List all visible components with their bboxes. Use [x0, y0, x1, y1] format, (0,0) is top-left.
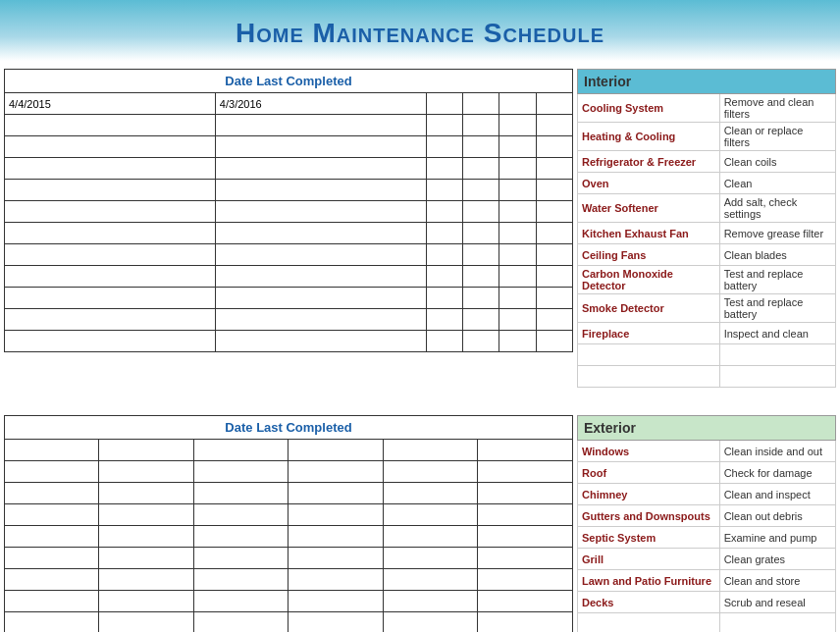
date-cell[interactable] [478, 461, 573, 483]
date-cell[interactable] [499, 115, 536, 136]
date-cell[interactable] [193, 440, 288, 461]
date-cell[interactable] [193, 526, 288, 548]
date-cell[interactable] [383, 461, 477, 483]
date-cell[interactable] [5, 180, 216, 201]
date-cell[interactable] [5, 201, 216, 223]
date-cell[interactable] [99, 591, 193, 612]
date-cell[interactable] [536, 93, 572, 115]
date-cell[interactable] [536, 201, 572, 223]
date-cell[interactable] [5, 548, 99, 569]
date-cell[interactable] [289, 612, 383, 633]
date-cell[interactable] [536, 331, 572, 352]
date-cell[interactable] [99, 461, 193, 483]
date-cell[interactable] [215, 158, 426, 180]
date-cell[interactable] [193, 591, 288, 612]
date-cell[interactable] [5, 136, 216, 158]
date-cell[interactable] [426, 331, 462, 352]
date-cell[interactable] [478, 612, 573, 633]
date-cell[interactable] [463, 136, 499, 158]
date-cell[interactable] [478, 440, 573, 461]
date-cell[interactable] [193, 612, 288, 633]
date-cell[interactable] [215, 201, 426, 223]
date-cell[interactable] [426, 180, 462, 201]
date-cell[interactable] [536, 136, 572, 158]
date-cell[interactable] [289, 461, 383, 483]
date-cell[interactable] [193, 569, 288, 591]
date-cell[interactable] [5, 483, 99, 504]
date-cell[interactable] [99, 548, 193, 569]
date-cell[interactable] [426, 309, 462, 331]
date-cell[interactable] [5, 309, 216, 331]
date-cell[interactable] [289, 591, 383, 612]
date-cell[interactable] [5, 526, 99, 548]
date-cell[interactable] [499, 201, 536, 223]
date-cell[interactable] [426, 115, 462, 136]
date-cell[interactable] [5, 612, 99, 633]
date-cell[interactable] [5, 440, 99, 461]
date-cell[interactable] [289, 569, 383, 591]
date-cell[interactable] [5, 223, 216, 244]
date-cell[interactable] [215, 331, 426, 352]
date-cell[interactable] [383, 504, 477, 526]
date-cell[interactable] [463, 331, 499, 352]
date-cell[interactable] [499, 288, 536, 309]
date-cell[interactable] [5, 591, 99, 612]
date-cell[interactable] [463, 158, 499, 180]
date-cell[interactable] [426, 93, 462, 115]
date-cell[interactable] [478, 483, 573, 504]
date-cell[interactable] [5, 244, 216, 266]
date-cell[interactable] [5, 288, 216, 309]
date-cell[interactable] [463, 223, 499, 244]
date-cell[interactable] [215, 288, 426, 309]
date-cell[interactable] [536, 115, 572, 136]
date-cell[interactable] [383, 440, 477, 461]
date-cell[interactable] [193, 461, 288, 483]
date-cell[interactable] [536, 180, 572, 201]
date-cell[interactable] [536, 309, 572, 331]
date-cell[interactable] [5, 331, 216, 352]
date-cell[interactable] [5, 158, 216, 180]
date-cell[interactable] [426, 223, 462, 244]
date-cell[interactable] [499, 266, 536, 288]
date-cell[interactable] [215, 115, 426, 136]
date-cell[interactable] [383, 483, 477, 504]
date-cell[interactable] [99, 612, 193, 633]
date-cell[interactable] [463, 201, 499, 223]
date-cell[interactable] [193, 504, 288, 526]
date-cell[interactable] [463, 266, 499, 288]
date-cell[interactable] [383, 591, 477, 612]
date-cell[interactable] [5, 569, 99, 591]
date-cell[interactable] [193, 548, 288, 569]
date-cell[interactable] [383, 612, 477, 633]
date-cell[interactable] [426, 158, 462, 180]
date-cell[interactable] [463, 115, 499, 136]
date-cell[interactable] [289, 483, 383, 504]
date-cell[interactable] [383, 569, 477, 591]
date-cell[interactable] [478, 591, 573, 612]
date-cell[interactable] [499, 223, 536, 244]
date-cell[interactable] [463, 309, 499, 331]
date-cell[interactable] [289, 440, 383, 461]
date-cell[interactable] [499, 180, 536, 201]
date-cell[interactable] [478, 548, 573, 569]
date-cell[interactable] [215, 223, 426, 244]
date-cell[interactable] [99, 569, 193, 591]
date-cell[interactable] [499, 93, 536, 115]
date-cell[interactable] [478, 504, 573, 526]
date-cell[interactable] [383, 526, 477, 548]
date-cell[interactable] [215, 136, 426, 158]
date-cell[interactable] [5, 266, 216, 288]
date-cell[interactable] [499, 158, 536, 180]
date-cell[interactable] [193, 483, 288, 504]
date-cell[interactable] [478, 569, 573, 591]
date-cell[interactable] [99, 526, 193, 548]
date-cell[interactable] [463, 244, 499, 266]
date-cell[interactable] [499, 244, 536, 266]
date-cell[interactable] [499, 331, 536, 352]
date-cell[interactable] [536, 244, 572, 266]
date-cell[interactable] [536, 158, 572, 180]
date-cell[interactable] [426, 266, 462, 288]
date-cell[interactable] [99, 483, 193, 504]
date-cell[interactable] [215, 244, 426, 266]
date-cell[interactable] [536, 266, 572, 288]
